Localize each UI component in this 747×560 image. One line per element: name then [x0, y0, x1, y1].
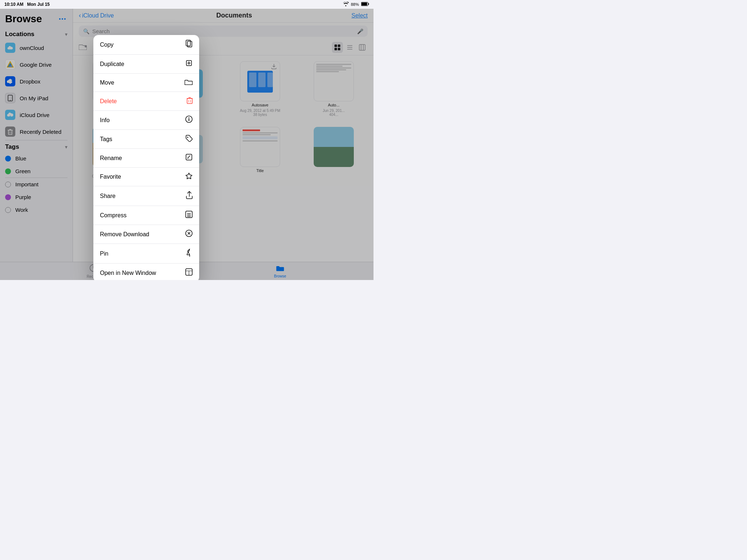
duplicate-icon [185, 59, 193, 69]
svg-rect-41 [187, 98, 192, 104]
menu-item-copy[interactable]: Copy [93, 35, 199, 55]
rename-label: Rename [100, 155, 122, 162]
date: Mon Jul 15 [27, 2, 50, 7]
pin-icon [187, 249, 193, 258]
delete-label: Delete [100, 98, 117, 105]
delete-icon [187, 97, 193, 106]
rename-icon [185, 153, 193, 163]
remove-download-icon [185, 230, 193, 239]
compress-label: Compress [100, 212, 127, 219]
open-new-window-icon [185, 268, 193, 277]
menu-item-rename[interactable]: Rename [93, 149, 199, 168]
copy-label: Copy [100, 42, 113, 48]
info-icon [185, 116, 193, 125]
share-label: Share [100, 193, 116, 199]
menu-item-delete[interactable]: Delete [93, 92, 199, 111]
time: 10:10 AM [4, 2, 23, 7]
duplicate-label: Duplicate [100, 61, 124, 67]
move-label: Move [100, 79, 114, 86]
menu-item-move[interactable]: Move [93, 74, 199, 92]
menu-item-remove-download[interactable]: Remove Download [93, 225, 199, 244]
open-new-window-label: Open in New Window [100, 270, 156, 276]
svg-point-49 [187, 137, 188, 138]
battery-label: 88% [351, 2, 359, 7]
copy-icon [185, 40, 193, 50]
favorite-label: Favorite [100, 174, 121, 180]
context-menu: Copy Duplicate Move Delete [93, 35, 199, 280]
svg-point-48 [189, 117, 189, 118]
battery-icon [361, 2, 369, 7]
menu-item-pin[interactable]: Pin [93, 244, 199, 264]
wifi-icon [343, 2, 349, 7]
info-label: Info [100, 117, 110, 124]
menu-item-info[interactable]: Info [93, 111, 199, 130]
move-icon [185, 78, 193, 87]
share-icon [186, 191, 193, 201]
status-time: 10:10 AM Mon Jul 15 [4, 2, 50, 7]
menu-item-share[interactable]: Share [93, 186, 199, 206]
svg-rect-1 [368, 3, 369, 5]
menu-item-duplicate[interactable]: Duplicate [93, 55, 199, 74]
favorite-icon [185, 172, 193, 181]
status-bar: 10:10 AM Mon Jul 15 88% [0, 0, 374, 9]
tags-icon [185, 135, 193, 144]
menu-item-open-new-window[interactable]: Open in New Window [93, 264, 199, 280]
menu-item-compress[interactable]: Compress [93, 206, 199, 225]
status-icons: 88% [343, 2, 369, 7]
menu-item-tags[interactable]: Tags [93, 130, 199, 149]
menu-item-favorite[interactable]: Favorite [93, 168, 199, 186]
tags-label: Tags [100, 136, 112, 143]
remove-download-label: Remove Download [100, 231, 149, 238]
svg-rect-2 [361, 3, 367, 5]
pin-label: Pin [100, 250, 108, 257]
compress-icon [185, 211, 193, 220]
